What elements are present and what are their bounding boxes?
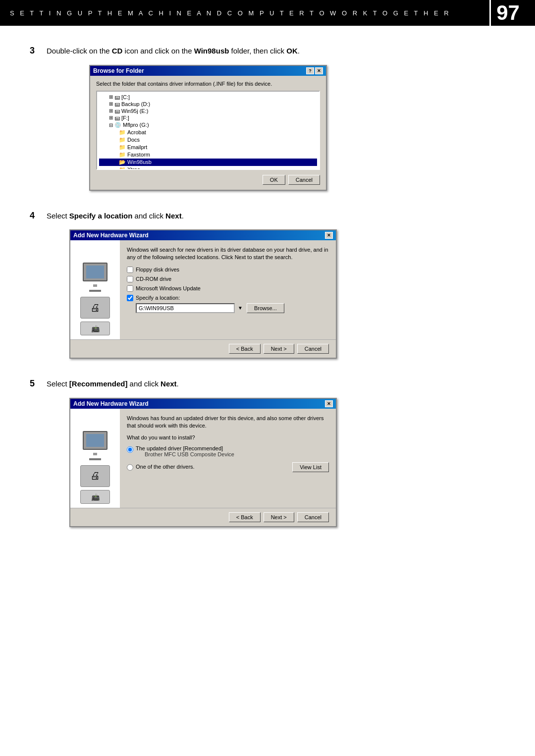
- tree-item-c[interactable]: ⊞ 🖴 [C:]: [99, 94, 317, 101]
- wizard2-device2: 📠: [80, 490, 110, 504]
- tree-item-e[interactable]: ⊞ 🖴 Win95j (E:): [99, 108, 317, 114]
- wizard2-content: 🖨 📠 Windows has found an updated driver …: [70, 409, 336, 508]
- step-3-text: Double-click on the CD icon and click on…: [47, 46, 300, 57]
- tree-item-faxstorm[interactable]: 📁 Faxstorm: [99, 151, 317, 159]
- folder-win98usb-icon: 📂: [119, 159, 126, 165]
- drive-g-icon: 💿: [114, 122, 121, 128]
- wizard1-next-button[interactable]: Next >: [264, 344, 294, 354]
- folder-acrobat-icon: 📁: [119, 129, 126, 136]
- step-5: 5 Select [Recommended] and click Next. A…: [30, 378, 505, 527]
- cdrom-checkbox[interactable]: [127, 276, 133, 282]
- wizard1-sidebar: 🖨 📠: [70, 240, 120, 339]
- step-3: 3 Double-click on the CD icon and click …: [30, 46, 505, 191]
- wizard2-close-button[interactable]: ✕: [325, 400, 333, 407]
- tree-item-d[interactable]: ⊞ 🖴 Backup (D:): [99, 101, 317, 108]
- wizard1-checkbox-cdrom: CD-ROM drive: [127, 276, 329, 282]
- wizard-dialog-2: Add New Hardware Wizard ✕ 🖨 📠: [69, 398, 337, 527]
- wizard1-close-button[interactable]: ✕: [325, 232, 333, 239]
- wizard2-next-button[interactable]: Next >: [264, 512, 294, 522]
- location-dropdown-arrow[interactable]: ▼: [238, 305, 243, 311]
- wizard1-main: Windows will search for new drivers in i…: [120, 240, 336, 339]
- tree-item-f[interactable]: ⊞ 🖴 [F:]: [99, 114, 317, 121]
- browse-ok-button[interactable]: OK: [263, 175, 285, 185]
- radio-recommended[interactable]: [127, 446, 133, 453]
- tree-label-emailprt: Emailprt: [127, 144, 147, 150]
- tree-item-g[interactable]: ⊟ 💿 Mflpro (G:): [99, 121, 317, 129]
- tree-label-d: Backup (D:): [121, 101, 150, 107]
- wizard1-title: Add New Hardware Wizard: [73, 232, 149, 239]
- wizard-dialog-1: Add New Hardware Wizard ✕ 🖨 📠: [69, 229, 337, 359]
- cdrom-label: CD-ROM drive: [136, 276, 171, 282]
- browse-dialog-body: Select the folder that contains driver i…: [90, 76, 326, 190]
- wizard2-screen: [86, 434, 104, 447]
- step-4-header: 4 Select Specify a location and click Ne…: [30, 211, 505, 222]
- wizard2-title: Add New Hardware Wizard: [73, 400, 149, 407]
- second-device: 📠: [80, 322, 110, 335]
- tree-item-xtras[interactable]: 📁 Xtras: [99, 166, 317, 170]
- wizard1-location-input-row: ▼ Browse...: [136, 303, 329, 313]
- browse-dialog-titlebar: Browse for Folder ? ✕: [90, 66, 326, 76]
- wizard1-browse-button[interactable]: Browse...: [247, 303, 284, 313]
- wizard2-monitor: [83, 431, 107, 450]
- wizard2-radio-other: One of the other drivers. View List: [127, 461, 329, 472]
- wizard2-neck: [93, 453, 97, 455]
- winupdate-checkbox[interactable]: [127, 285, 133, 292]
- tree-label-xtras: Xtras: [127, 166, 140, 170]
- wizard1-back-button[interactable]: < Back: [229, 344, 261, 354]
- wizard1-specify-location-row: Specify a location:: [127, 295, 329, 301]
- folder-xtras-icon: 📁: [119, 166, 126, 170]
- browse-cancel-button[interactable]: Cancel: [288, 175, 320, 185]
- specify-location-checkbox[interactable]: [127, 295, 133, 301]
- wizard1-location-row: Specify a location: ▼ Browse...: [127, 295, 329, 313]
- wizard2-footer: < Back Next > Cancel: [70, 508, 336, 526]
- wizard1-checkbox-winupdate: Microsoft Windows Update: [127, 285, 329, 292]
- radio-other[interactable]: [127, 464, 133, 471]
- wizard2-cancel-button[interactable]: Cancel: [297, 512, 329, 522]
- computer-monitor: [83, 263, 107, 281]
- tree-label-win98usb: Win98usb: [127, 159, 152, 165]
- folder-tree[interactable]: ⊞ 🖴 [C:] ⊞ 🖴 Backup (D:) ⊞: [96, 91, 320, 170]
- tree-item-acrobat[interactable]: 📁 Acrobat: [99, 129, 317, 136]
- monitor-neck: [93, 284, 97, 287]
- tree-item-docs[interactable]: 📁 Docs: [99, 136, 317, 144]
- wizard2-main: Windows has found an updated driver for …: [120, 409, 336, 508]
- tree-item-emailprt[interactable]: 📁 Emailprt: [99, 144, 317, 151]
- location-input[interactable]: [136, 303, 235, 313]
- tree-label-g: Mflpro (G:): [123, 122, 149, 128]
- step-5-number: 5: [30, 378, 44, 389]
- page-number: 97: [489, 0, 525, 26]
- view-list-button[interactable]: View List: [292, 462, 329, 472]
- floppy-checkbox[interactable]: [127, 267, 133, 273]
- wizard2-back-button[interactable]: < Back: [229, 512, 261, 522]
- folder-emailprt-icon: 📁: [119, 144, 126, 151]
- wizard2-radio-recommended: The updated driver [Recommended] Brother…: [127, 445, 329, 457]
- folder-tree-wrapper: ⊞ 🖴 [C:] ⊞ 🖴 Backup (D:) ⊞: [96, 91, 320, 170]
- browse-dialog-buttons: OK Cancel: [96, 175, 320, 185]
- browse-dialog-help-button[interactable]: ?: [306, 67, 314, 74]
- drive-c-icon: 🖴: [114, 94, 120, 100]
- wizard1-cancel-button[interactable]: Cancel: [297, 344, 329, 354]
- step-5-header: 5 Select [Recommended] and click Next.: [30, 378, 505, 390]
- wizard2-main-text: Windows has found an updated driver for …: [127, 415, 329, 430]
- step-5-text: Select [Recommended] and click Next.: [47, 378, 179, 390]
- wizard2-illustration: 🖨 📠: [80, 431, 110, 504]
- browse-dialog-title-buttons: ? ✕: [306, 67, 323, 74]
- devices-box: 🖨: [80, 297, 110, 319]
- step-4: 4 Select Specify a location and click Ne…: [30, 211, 505, 359]
- step-4-text: Select Specify a location and click Next…: [47, 211, 184, 222]
- tree-label-c: [C:]: [121, 94, 130, 100]
- wizard1-checkbox-floppy: Floppy disk drives: [127, 267, 329, 273]
- wizard2-device1: 🖨: [80, 465, 110, 487]
- monitor-screen: [86, 266, 104, 278]
- step-4-number: 4: [30, 211, 44, 221]
- tree-item-win98usb[interactable]: 📂 Win98usb: [99, 159, 317, 166]
- main-content: 3 Double-click on the CD icon and click …: [0, 26, 535, 567]
- radio-recommended-label: The updated driver [Recommended] Brother…: [136, 445, 234, 457]
- step-3-header: 3 Double-click on the CD icon and click …: [30, 46, 505, 57]
- step-3-number: 3: [30, 46, 44, 56]
- folder-faxstorm-icon: 📁: [119, 152, 126, 158]
- tree-label-e: Win95j (E:): [121, 108, 148, 114]
- browse-dialog-close-button[interactable]: ✕: [315, 67, 323, 74]
- tree-label-f: [F:]: [121, 115, 129, 121]
- wizard2-sidebar: 🖨 📠: [70, 409, 120, 508]
